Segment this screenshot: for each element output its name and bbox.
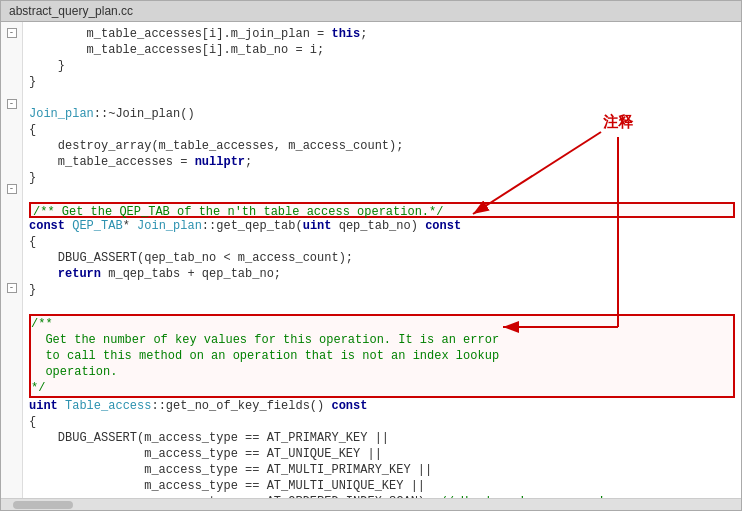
ln22 — [5, 324, 18, 338]
ln19: - — [5, 281, 18, 295]
code-line-24: uint Table_access::get_no_of_key_fields(… — [29, 398, 735, 414]
code-line-7: { — [29, 122, 735, 138]
ln14 — [5, 210, 18, 224]
horizontal-scrollbar[interactable] — [1, 498, 741, 510]
ln28 — [5, 409, 18, 423]
ln32 — [5, 466, 18, 480]
ln11 — [5, 168, 18, 182]
code-line-3: } — [29, 58, 735, 74]
code-line-4: } — [29, 74, 735, 90]
code-line-1: m_table_accesses[i].m_join_plan = this; — [29, 26, 735, 42]
content-area: - - - - — [1, 22, 741, 498]
ln7 — [5, 111, 18, 125]
code-line-12: /** Get the QEP_TAB of the n'th table ac… — [29, 202, 735, 218]
code-line-8: destroy_array(m_table_accesses, m_access… — [29, 138, 735, 154]
code-line-21: to call this method on an operation that… — [31, 348, 733, 364]
code-line-13: const QEP_TAB* Join_plan::get_qep_tab(ui… — [29, 218, 735, 234]
code-line-18 — [29, 298, 735, 314]
ln33 — [5, 480, 18, 494]
code-line-11 — [29, 186, 735, 202]
ln5 — [5, 83, 18, 97]
main-window: abstract_query_plan.cc - - - - — [0, 0, 742, 511]
code-line-27: m_access_type == AT_UNIQUE_KEY || — [29, 446, 735, 462]
ln26 — [5, 381, 18, 395]
collapse-4[interactable]: - — [7, 283, 17, 293]
ln2 — [5, 40, 18, 54]
scrollbar-thumb[interactable] — [13, 501, 73, 509]
ln1: - — [5, 26, 18, 40]
code-line-25: { — [29, 414, 735, 430]
ln18 — [5, 267, 18, 281]
code-line-22: operation. — [31, 364, 733, 380]
ln27 — [5, 395, 18, 409]
ln10 — [5, 154, 18, 168]
code-line-28: m_access_type == AT_MULTI_PRIMARY_KEY || — [29, 462, 735, 478]
code-line-10: } — [29, 170, 735, 186]
line-numbers: - - - - — [1, 22, 23, 498]
ln13 — [5, 196, 18, 210]
ln21 — [5, 310, 18, 324]
collapse-2[interactable]: - — [7, 99, 17, 109]
code-line-2: m_table_accesses[i].m_tab_no = i; — [29, 42, 735, 58]
ln17 — [5, 253, 18, 267]
code-line-16: return m_qep_tabs + qep_tab_no; — [29, 266, 735, 282]
ln25 — [5, 367, 18, 381]
comment-block-2: /** Get the number of key values for thi… — [29, 314, 735, 398]
code-line-17: } — [29, 282, 735, 298]
ln20 — [5, 296, 18, 310]
file-title: abstract_query_plan.cc — [9, 4, 133, 18]
ln31 — [5, 452, 18, 466]
code-line-23: */ — [31, 380, 733, 396]
code-editor[interactable]: m_table_accesses[i].m_join_plan = this; … — [23, 22, 741, 498]
ln4 — [5, 69, 18, 83]
ln24 — [5, 352, 18, 366]
code-line-14: { — [29, 234, 735, 250]
code-line-26: DBUG_ASSERT(m_access_type == AT_PRIMARY_… — [29, 430, 735, 446]
ln23 — [5, 338, 18, 352]
code-line-30: m_access_type == AT_ORDERED_INDEX_SCAN);… — [29, 494, 735, 498]
code-line-20: Get the number of key values for this op… — [31, 332, 733, 348]
ln3 — [5, 54, 18, 68]
ln9 — [5, 140, 18, 154]
code-line-15: DBUG_ASSERT(qep_tab_no < m_access_count)… — [29, 250, 735, 266]
collapse-1[interactable]: - — [7, 28, 17, 38]
code-line-6: Join_plan::~Join_plan() — [29, 106, 735, 122]
ln30 — [5, 437, 18, 451]
ln16 — [5, 239, 18, 253]
title-bar: abstract_query_plan.cc — [1, 1, 741, 22]
ln29 — [5, 423, 18, 437]
code-line-19: /** — [31, 316, 733, 332]
ln8 — [5, 125, 18, 139]
collapse-3[interactable]: - — [7, 184, 17, 194]
code-line-29: m_access_type == AT_MULTI_UNIQUE_KEY || — [29, 478, 735, 494]
ln6: - — [5, 97, 18, 111]
ln15 — [5, 225, 18, 239]
code-line-9: m_table_accesses = nullptr; — [29, 154, 735, 170]
code-line-5 — [29, 90, 735, 106]
ln12: - — [5, 182, 18, 196]
